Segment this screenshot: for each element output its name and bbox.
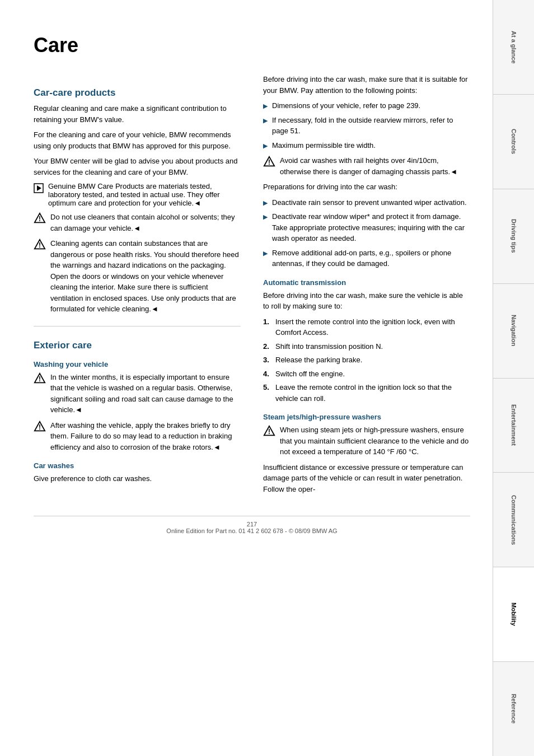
svg-marker-1 (37, 185, 41, 191)
sidebar-tab-driving-tips[interactable]: Driving tips (493, 189, 534, 284)
tri-bullet-6: ▶ (263, 249, 268, 258)
steam-jets-subtitle: Steam jets/high-pressure washers (263, 413, 470, 421)
sidebar-tab-reference[interactable]: Reference (493, 662, 534, 756)
washing-warn-1: ! In the winter months, it is especially… (34, 372, 241, 416)
sidebar-tab-at-a-glance[interactable]: At a glance (493, 0, 534, 95)
warn-icon-5: ! (263, 156, 275, 168)
car-wash-bullet-3: ▶ Maximum permissible tire width. (263, 140, 470, 151)
page-number: 217 (247, 521, 257, 528)
footer-text: Online Edition for Part no. 01 41 2 602 … (166, 528, 337, 534)
tri-bullet-2: ▶ (263, 116, 268, 125)
steam-jets-warn-text: When using steam jets or high-pressure w… (280, 424, 470, 458)
warn-icon-6: ! (263, 425, 275, 437)
play-notice-1-text: Genuine BMW Care Products are materials … (48, 182, 241, 207)
tri-bullet-5: ▶ (263, 212, 268, 222)
warn-notice-2-text: Cleaning agents can contain substances t… (50, 238, 241, 315)
auto-transmission-para: Before driving into the car wash, make s… (263, 290, 470, 312)
car-care-para3: Your BMW center will be glad to advise y… (34, 156, 241, 178)
sidebar-tab-mobility[interactable]: Mobility (493, 567, 534, 662)
svg-text:!: ! (39, 375, 41, 382)
car-wash-bullet-2: ▶ If necessary, fold in the outside rear… (263, 115, 470, 137)
tri-bullet-1: ▶ (263, 101, 268, 111)
washing-subtitle: Washing your vehicle (34, 360, 241, 368)
play-icon (34, 183, 44, 193)
warn-notice-1: ! Do not use cleaners that contain alcoh… (34, 212, 241, 234)
warn-icon-4: ! (34, 421, 46, 433)
car-washes-subtitle: Car washes (34, 461, 241, 470)
washing-warn-1-text: In the winter months, it is especially i… (50, 372, 241, 416)
car-wash-bullet-1: ▶ Dimensions of your vehicle, refer to p… (263, 100, 470, 111)
warn-notice-1-text: Do not use cleaners that contain alcohol… (50, 212, 241, 234)
step-1: Insert the remote control into the ignit… (263, 316, 470, 338)
play-notice-1: Genuine BMW Care Products are materials … (34, 182, 241, 207)
sidebar-tab-controls[interactable]: Controls (493, 95, 534, 189)
tri-bullet-3: ▶ (263, 141, 268, 151)
warn-notice-2: ! Cleaning agents can contain substances… (34, 238, 241, 315)
section-divider-1 (34, 326, 241, 326)
right-column: Before driving into the car wash, make s… (263, 74, 470, 499)
auto-transmission-steps: Insert the remote control into the ignit… (263, 316, 470, 404)
svg-text:!: ! (268, 158, 270, 166)
prep-bullet-list: ▶ Deactivate rain sensor to prevent unwa… (263, 197, 470, 269)
warn-icon-1: ! (34, 212, 46, 225)
warn-icon-2: ! (34, 239, 46, 251)
tri-bullet-4: ▶ (263, 198, 268, 208)
car-wash-bullet-list: ▶ Dimensions of your vehicle, refer to p… (263, 100, 470, 151)
auto-transmission-subtitle: Automatic transmission (263, 278, 470, 287)
page-title: Care (34, 34, 470, 57)
car-wash-intro: Before driving into the car wash, make s… (263, 74, 470, 96)
svg-text:!: ! (39, 215, 41, 223)
svg-text:!: ! (268, 428, 270, 436)
steam-jets-warn: ! When using steam jets or high-pressure… (263, 424, 470, 458)
washing-warn-2: ! After washing the vehicle, apply the b… (34, 420, 241, 453)
car-care-para1: Regular cleaning and care make a signifi… (34, 103, 241, 125)
sidebar: At a glance Controls Driving tips Naviga… (493, 0, 534, 756)
washing-warn-2-text: After washing the vehicle, apply the bra… (50, 420, 241, 453)
exterior-care-title: Exterior care (34, 340, 241, 351)
warn-icon-3: ! (34, 372, 46, 385)
svg-text:!: ! (39, 423, 41, 431)
sidebar-tab-entertainment[interactable]: Entertainment (493, 379, 534, 473)
sidebar-tab-communications[interactable]: Communications (493, 473, 534, 567)
prep-bullet-2: ▶ Deactivate rear window wiper* and prot… (263, 211, 470, 244)
car-care-para2: For the cleaning and care of your vehicl… (34, 129, 241, 151)
preparations-title: Preparations for driving into the car wa… (263, 181, 470, 193)
steam-jets-para1: Insufficient distance or excessive press… (263, 462, 470, 495)
step-4: Switch off the engine. (263, 368, 470, 380)
page-wrapper: Care Car-care products Regular cleaning … (0, 0, 534, 756)
prep-bullet-1: ▶ Deactivate rain sensor to prevent unwa… (263, 197, 470, 208)
prep-bullet-3: ▶ Remove additional add-on parts, e.g., … (263, 248, 470, 269)
step-5: Leave the remote control in the ignition… (263, 382, 470, 404)
page-footer: 217 Online Edition for Part no. 01 41 2 … (34, 516, 470, 534)
sidebar-tab-navigation[interactable]: Navigation (493, 284, 534, 379)
two-col-layout: Car-care products Regular cleaning and c… (34, 74, 470, 499)
left-column: Car-care products Regular cleaning and c… (34, 74, 241, 499)
svg-text:!: ! (39, 241, 41, 249)
car-wash-warn-text: Avoid car washes with rail heights over … (280, 155, 470, 177)
main-content: Care Car-care products Regular cleaning … (0, 0, 493, 756)
step-3: Release the parking brake. (263, 354, 470, 366)
car-care-products-title: Car-care products (34, 87, 241, 99)
step-2: Shift into transmission position N. (263, 341, 470, 352)
car-wash-warn: ! Avoid car washes with rail heights ove… (263, 155, 470, 177)
car-washes-para1: Give preference to cloth car washes. (34, 473, 241, 484)
